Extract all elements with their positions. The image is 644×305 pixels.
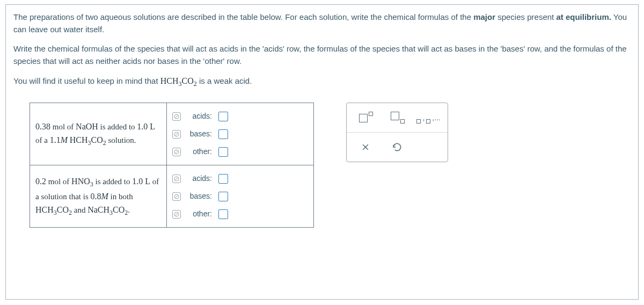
other-input[interactable] bbox=[218, 209, 228, 219]
reset-icon[interactable] bbox=[172, 148, 181, 156]
solution1-answers: acids: bases: other: bbox=[167, 103, 314, 165]
clear-button[interactable] bbox=[353, 138, 378, 156]
reset-icon[interactable] bbox=[172, 175, 181, 183]
svg-line-9 bbox=[175, 195, 178, 198]
svg-line-11 bbox=[175, 213, 178, 215]
other-label: other: bbox=[187, 146, 212, 157]
solution2-description: 0.2 mol of HNO3 is added to 1.0 L of a s… bbox=[30, 165, 167, 228]
prompt-line1a: The preparations of two aqueous solution… bbox=[13, 12, 473, 21]
row1-acids: acids: bbox=[172, 107, 308, 125]
bases-label: bases: bbox=[187, 191, 212, 202]
toolbar-row-1: ,,... bbox=[347, 103, 448, 132]
row2-bases: bases: bbox=[172, 187, 308, 205]
table-row: 0.2 mol of HNO3 is added to 1.0 L of a s… bbox=[30, 165, 314, 228]
solutions-table: 0.38 mol of NaOH is added to 1.0 L of a … bbox=[30, 103, 314, 228]
bases-label: bases: bbox=[187, 128, 212, 140]
undo-button[interactable] bbox=[384, 138, 410, 156]
acids-input[interactable] bbox=[218, 112, 228, 121]
row1-bases: bases: bbox=[172, 125, 308, 143]
reset-icon[interactable] bbox=[172, 112, 181, 121]
subscript-button[interactable] bbox=[384, 108, 410, 127]
prompt-line3a: You will find it useful to keep in mind … bbox=[13, 76, 160, 85]
prompt-line2: Write the chemical formulas of the speci… bbox=[13, 43, 631, 67]
toolbar-spacer bbox=[416, 138, 442, 156]
row2-acids: acids: bbox=[172, 170, 308, 187]
reset-icon[interactable] bbox=[172, 192, 181, 201]
svg-line-3 bbox=[175, 133, 178, 135]
other-label: other: bbox=[187, 208, 212, 220]
format-toolbar: ,,... bbox=[346, 103, 448, 162]
prompt-major: major bbox=[473, 12, 495, 21]
list-button[interactable]: ,,... bbox=[416, 108, 442, 127]
reset-icon[interactable] bbox=[172, 210, 181, 219]
other-input[interactable] bbox=[218, 147, 228, 157]
acids-label: acids: bbox=[187, 111, 212, 122]
svg-line-7 bbox=[175, 177, 178, 180]
weak-acid-formula: HCH3CO2 bbox=[160, 76, 197, 85]
svg-line-1 bbox=[175, 115, 178, 118]
question-frame: The preparations of two aqueous solution… bbox=[5, 4, 639, 300]
row1-other: other: bbox=[172, 143, 308, 161]
work-area: 0.38 mol of NaOH is added to 1.0 L of a … bbox=[13, 103, 631, 228]
solution2-answers: acids: bases: other: bbox=[167, 165, 314, 228]
prompt-text: The preparations of two aqueous solution… bbox=[13, 11, 631, 89]
prompt-line1c: species present bbox=[495, 12, 556, 21]
acids-label: acids: bbox=[187, 173, 212, 184]
toolbar-row-2 bbox=[347, 132, 448, 162]
prompt-line3b: is a weak acid. bbox=[197, 76, 252, 85]
acids-input[interactable] bbox=[218, 174, 228, 184]
table-row: 0.38 mol of NaOH is added to 1.0 L of a … bbox=[30, 103, 314, 165]
bases-input[interactable] bbox=[218, 129, 228, 139]
row2-other: other: bbox=[172, 205, 308, 223]
prompt-equilibrium: at equilibrium. bbox=[556, 12, 611, 21]
solution1-description: 0.38 mol of NaOH is added to 1.0 L of a … bbox=[30, 103, 167, 165]
superscript-button[interactable] bbox=[353, 108, 378, 127]
bases-input[interactable] bbox=[218, 192, 228, 201]
reset-icon[interactable] bbox=[172, 130, 181, 139]
svg-line-5 bbox=[175, 150, 178, 153]
